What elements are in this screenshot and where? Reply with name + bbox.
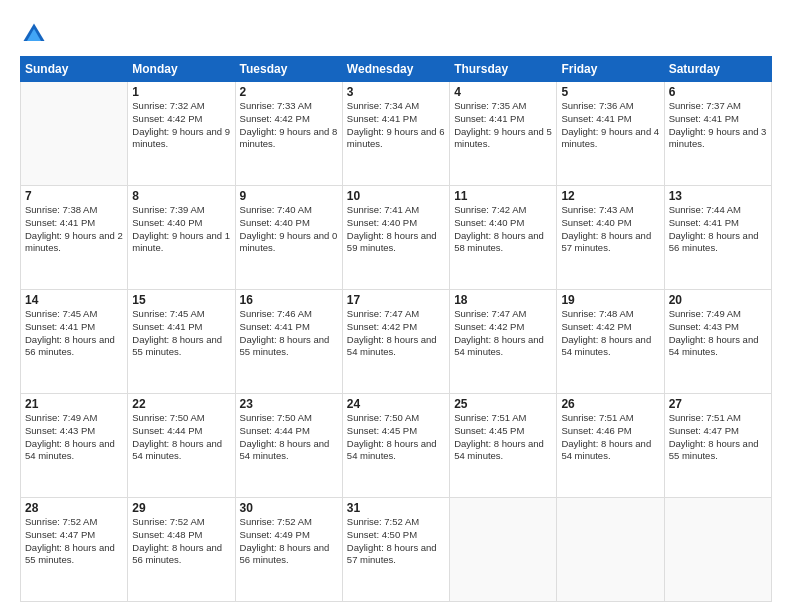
cell-info: Sunrise: 7:52 AMSunset: 4:48 PMDaylight:… (132, 516, 230, 567)
cell-info: Sunrise: 7:32 AMSunset: 4:42 PMDaylight:… (132, 100, 230, 151)
cell-day-number: 13 (669, 189, 767, 203)
calendar-cell (21, 82, 128, 186)
calendar-cell (557, 498, 664, 602)
calendar-cell: 21Sunrise: 7:49 AMSunset: 4:43 PMDayligh… (21, 394, 128, 498)
cell-info: Sunrise: 7:46 AMSunset: 4:41 PMDaylight:… (240, 308, 338, 359)
cell-info: Sunrise: 7:49 AMSunset: 4:43 PMDaylight:… (669, 308, 767, 359)
cell-info: Sunrise: 7:37 AMSunset: 4:41 PMDaylight:… (669, 100, 767, 151)
cell-info: Sunrise: 7:49 AMSunset: 4:43 PMDaylight:… (25, 412, 123, 463)
cell-day-number: 21 (25, 397, 123, 411)
cell-info: Sunrise: 7:51 AMSunset: 4:46 PMDaylight:… (561, 412, 659, 463)
calendar-cell: 10Sunrise: 7:41 AMSunset: 4:40 PMDayligh… (342, 186, 449, 290)
cell-info: Sunrise: 7:36 AMSunset: 4:41 PMDaylight:… (561, 100, 659, 151)
cell-day-number: 19 (561, 293, 659, 307)
cell-day-number: 30 (240, 501, 338, 515)
calendar-cell: 29Sunrise: 7:52 AMSunset: 4:48 PMDayligh… (128, 498, 235, 602)
cell-day-number: 27 (669, 397, 767, 411)
cell-day-number: 20 (669, 293, 767, 307)
calendar-cell: 18Sunrise: 7:47 AMSunset: 4:42 PMDayligh… (450, 290, 557, 394)
cell-info: Sunrise: 7:41 AMSunset: 4:40 PMDaylight:… (347, 204, 445, 255)
calendar-cell: 12Sunrise: 7:43 AMSunset: 4:40 PMDayligh… (557, 186, 664, 290)
calendar-cell: 31Sunrise: 7:52 AMSunset: 4:50 PMDayligh… (342, 498, 449, 602)
calendar-cell: 4Sunrise: 7:35 AMSunset: 4:41 PMDaylight… (450, 82, 557, 186)
cell-info: Sunrise: 7:44 AMSunset: 4:41 PMDaylight:… (669, 204, 767, 255)
calendar-page: SundayMondayTuesdayWednesdayThursdayFrid… (0, 0, 792, 612)
cell-day-number: 14 (25, 293, 123, 307)
calendar-cell: 2Sunrise: 7:33 AMSunset: 4:42 PMDaylight… (235, 82, 342, 186)
cell-info: Sunrise: 7:34 AMSunset: 4:41 PMDaylight:… (347, 100, 445, 151)
weekday-header-thursday: Thursday (450, 57, 557, 82)
week-row-5: 28Sunrise: 7:52 AMSunset: 4:47 PMDayligh… (21, 498, 772, 602)
cell-day-number: 3 (347, 85, 445, 99)
calendar-cell: 27Sunrise: 7:51 AMSunset: 4:47 PMDayligh… (664, 394, 771, 498)
cell-info: Sunrise: 7:52 AMSunset: 4:47 PMDaylight:… (25, 516, 123, 567)
calendar-cell: 6Sunrise: 7:37 AMSunset: 4:41 PMDaylight… (664, 82, 771, 186)
cell-info: Sunrise: 7:38 AMSunset: 4:41 PMDaylight:… (25, 204, 123, 255)
cell-day-number: 12 (561, 189, 659, 203)
cell-day-number: 11 (454, 189, 552, 203)
cell-day-number: 4 (454, 85, 552, 99)
cell-day-number: 2 (240, 85, 338, 99)
header (20, 16, 772, 48)
cell-day-number: 26 (561, 397, 659, 411)
week-row-4: 21Sunrise: 7:49 AMSunset: 4:43 PMDayligh… (21, 394, 772, 498)
calendar-cell: 1Sunrise: 7:32 AMSunset: 4:42 PMDaylight… (128, 82, 235, 186)
calendar-cell: 11Sunrise: 7:42 AMSunset: 4:40 PMDayligh… (450, 186, 557, 290)
cell-day-number: 25 (454, 397, 552, 411)
weekday-header-monday: Monday (128, 57, 235, 82)
calendar-cell: 17Sunrise: 7:47 AMSunset: 4:42 PMDayligh… (342, 290, 449, 394)
calendar-cell: 22Sunrise: 7:50 AMSunset: 4:44 PMDayligh… (128, 394, 235, 498)
weekday-header-row: SundayMondayTuesdayWednesdayThursdayFrid… (21, 57, 772, 82)
week-row-2: 7Sunrise: 7:38 AMSunset: 4:41 PMDaylight… (21, 186, 772, 290)
cell-day-number: 31 (347, 501, 445, 515)
calendar-cell: 28Sunrise: 7:52 AMSunset: 4:47 PMDayligh… (21, 498, 128, 602)
cell-day-number: 17 (347, 293, 445, 307)
cell-info: Sunrise: 7:52 AMSunset: 4:49 PMDaylight:… (240, 516, 338, 567)
calendar-cell: 30Sunrise: 7:52 AMSunset: 4:49 PMDayligh… (235, 498, 342, 602)
cell-info: Sunrise: 7:33 AMSunset: 4:42 PMDaylight:… (240, 100, 338, 151)
cell-info: Sunrise: 7:52 AMSunset: 4:50 PMDaylight:… (347, 516, 445, 567)
cell-day-number: 7 (25, 189, 123, 203)
cell-info: Sunrise: 7:50 AMSunset: 4:45 PMDaylight:… (347, 412, 445, 463)
calendar-cell: 19Sunrise: 7:48 AMSunset: 4:42 PMDayligh… (557, 290, 664, 394)
calendar-cell: 3Sunrise: 7:34 AMSunset: 4:41 PMDaylight… (342, 82, 449, 186)
calendar-cell: 14Sunrise: 7:45 AMSunset: 4:41 PMDayligh… (21, 290, 128, 394)
calendar-cell (450, 498, 557, 602)
calendar-cell: 8Sunrise: 7:39 AMSunset: 4:40 PMDaylight… (128, 186, 235, 290)
cell-info: Sunrise: 7:47 AMSunset: 4:42 PMDaylight:… (454, 308, 552, 359)
calendar-cell: 25Sunrise: 7:51 AMSunset: 4:45 PMDayligh… (450, 394, 557, 498)
calendar-cell: 7Sunrise: 7:38 AMSunset: 4:41 PMDaylight… (21, 186, 128, 290)
cell-day-number: 23 (240, 397, 338, 411)
week-row-1: 1Sunrise: 7:32 AMSunset: 4:42 PMDaylight… (21, 82, 772, 186)
cell-info: Sunrise: 7:35 AMSunset: 4:41 PMDaylight:… (454, 100, 552, 151)
cell-day-number: 29 (132, 501, 230, 515)
cell-day-number: 8 (132, 189, 230, 203)
cell-day-number: 16 (240, 293, 338, 307)
cell-day-number: 24 (347, 397, 445, 411)
calendar-cell: 9Sunrise: 7:40 AMSunset: 4:40 PMDaylight… (235, 186, 342, 290)
weekday-header-friday: Friday (557, 57, 664, 82)
weekday-header-tuesday: Tuesday (235, 57, 342, 82)
cell-day-number: 5 (561, 85, 659, 99)
cell-info: Sunrise: 7:50 AMSunset: 4:44 PMDaylight:… (132, 412, 230, 463)
cell-info: Sunrise: 7:42 AMSunset: 4:40 PMDaylight:… (454, 204, 552, 255)
calendar-cell: 24Sunrise: 7:50 AMSunset: 4:45 PMDayligh… (342, 394, 449, 498)
cell-day-number: 18 (454, 293, 552, 307)
cell-info: Sunrise: 7:40 AMSunset: 4:40 PMDaylight:… (240, 204, 338, 255)
logo-icon (20, 20, 48, 48)
weekday-header-wednesday: Wednesday (342, 57, 449, 82)
cell-day-number: 6 (669, 85, 767, 99)
calendar-cell: 5Sunrise: 7:36 AMSunset: 4:41 PMDaylight… (557, 82, 664, 186)
weekday-header-sunday: Sunday (21, 57, 128, 82)
cell-info: Sunrise: 7:51 AMSunset: 4:47 PMDaylight:… (669, 412, 767, 463)
weekday-header-saturday: Saturday (664, 57, 771, 82)
cell-day-number: 1 (132, 85, 230, 99)
week-row-3: 14Sunrise: 7:45 AMSunset: 4:41 PMDayligh… (21, 290, 772, 394)
cell-info: Sunrise: 7:43 AMSunset: 4:40 PMDaylight:… (561, 204, 659, 255)
cell-day-number: 22 (132, 397, 230, 411)
cell-info: Sunrise: 7:45 AMSunset: 4:41 PMDaylight:… (25, 308, 123, 359)
cell-info: Sunrise: 7:51 AMSunset: 4:45 PMDaylight:… (454, 412, 552, 463)
cell-day-number: 28 (25, 501, 123, 515)
calendar-cell: 15Sunrise: 7:45 AMSunset: 4:41 PMDayligh… (128, 290, 235, 394)
calendar-cell: 23Sunrise: 7:50 AMSunset: 4:44 PMDayligh… (235, 394, 342, 498)
